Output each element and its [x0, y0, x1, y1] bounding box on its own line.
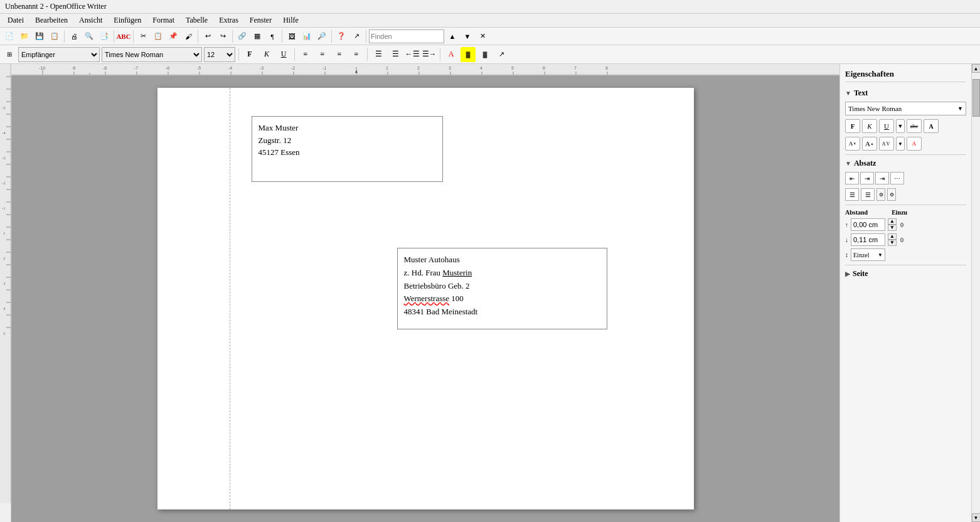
panel-underline-button[interactable]: U	[879, 119, 894, 133]
find-prev-button[interactable]: ▲	[445, 29, 459, 43]
highlight-button[interactable]: ▓	[461, 47, 476, 62]
paragraph-style-dropdown[interactable]: Empfänger	[18, 47, 100, 62]
scrollbar-track[interactable]	[972, 73, 980, 513]
spellcheck-button[interactable]: ABC	[117, 29, 130, 43]
align-justify-button[interactable]: ≡	[349, 47, 364, 62]
recipient-address-box[interactable]: Muster Autohaus z. Hd. Frau Musterin Bet…	[397, 248, 607, 329]
open-button[interactable]: 📁	[18, 29, 31, 43]
panel-highlight-button[interactable]: A	[907, 137, 922, 151]
divider3	[845, 265, 966, 265]
list-bullet-panel-button[interactable]: ☰	[845, 188, 859, 201]
search-input[interactable]	[369, 29, 444, 43]
clone-format-button[interactable]: 🖌	[181, 29, 195, 43]
fmt-ext-btn[interactable]: ↗	[494, 48, 508, 61]
indent-button[interactable]: ☰→	[422, 47, 437, 62]
find-close-button[interactable]: ✕	[476, 29, 489, 43]
menu-format[interactable]: Format	[147, 14, 179, 26]
menu-fenster[interactable]: Fenster	[245, 14, 277, 26]
underline-button[interactable]: U	[276, 47, 291, 62]
menu-extras[interactable]: Extras	[214, 14, 243, 26]
svg-text:8: 8	[605, 66, 608, 70]
panel-bold-button[interactable]: F	[845, 119, 860, 133]
print-button[interactable]: 🖨	[67, 29, 81, 43]
outdent-button[interactable]: ←☰	[405, 47, 420, 62]
align-justify-panel-button[interactable]: ⋯	[890, 172, 904, 184]
export-pdf-button[interactable]: 📑	[97, 29, 111, 43]
scroll-down-button[interactable]: ▼	[972, 513, 981, 522]
panel-font-larger-button[interactable]: A▲	[862, 137, 877, 151]
list-number-panel-button[interactable]: ☰	[861, 188, 875, 201]
copy-button[interactable]: 📋	[151, 29, 165, 43]
panel-font-smaller-button[interactable]: A▼	[845, 137, 860, 151]
align-center-button[interactable]: ≡	[315, 47, 330, 62]
panel-superscript-A-button[interactable]: A	[924, 119, 939, 133]
abstand-below-input[interactable]	[851, 233, 885, 246]
abstand-below-down[interactable]: ▼	[888, 240, 897, 246]
bold-button[interactable]: F	[242, 47, 257, 62]
panel-font-color-dropdown[interactable]: ▼	[896, 137, 905, 151]
font-color-button[interactable]: A	[444, 47, 459, 62]
paste-button[interactable]: 📌	[166, 29, 180, 43]
find-next-button[interactable]: ▼	[461, 29, 474, 43]
scrollbar-thumb[interactable]	[972, 79, 980, 117]
print-preview-button[interactable]: 🔍	[82, 29, 96, 43]
save-button[interactable]: 💾	[33, 29, 46, 43]
svg-text:-1: -1	[2, 206, 6, 211]
panel-strikethrough-button[interactable]: abc	[907, 119, 922, 133]
styles-icon[interactable]: ⊞	[3, 48, 16, 61]
seite-section-header[interactable]: ▶ Seite	[845, 269, 966, 279]
ext-button[interactable]: ↗	[349, 29, 363, 43]
help-button[interactable]: ❓	[334, 29, 348, 43]
font-family-dropdown[interactable]: Times New Roman	[102, 47, 202, 62]
panel-underline-dropdown[interactable]: ▼	[896, 119, 905, 133]
panel-font-dropdown-icon[interactable]: ▼	[957, 105, 963, 112]
scroll-up-button[interactable]: ▲	[972, 64, 981, 73]
menu-datei[interactable]: Datei	[3, 14, 29, 26]
align-left-button[interactable]: ≡	[298, 47, 313, 62]
panel-font-name-box[interactable]: Times New Roman ▼	[845, 102, 966, 115]
redo-button[interactable]: ↪	[216, 29, 230, 43]
recipient-address-content: Muster Autohaus z. Hd. Frau Musterin Bet…	[398, 248, 607, 324]
nonprint-chars-button[interactable]: ¶	[265, 29, 279, 43]
hyperlink-button[interactable]: 🔗	[235, 29, 249, 43]
list-ordered-button[interactable]: ☰	[388, 47, 403, 62]
absatz-section-header[interactable]: ▼ Absatz	[845, 159, 966, 168]
menu-einfuegen[interactable]: Einfügen	[109, 14, 146, 26]
abstand-below-spinner[interactable]: ▲ ▼	[888, 233, 897, 246]
abstand-above-down[interactable]: ▼	[888, 225, 897, 231]
save-as-button[interactable]: 📋	[48, 29, 61, 43]
cut-button[interactable]: ✂	[136, 29, 150, 43]
linespacing-dropdown[interactable]: Einzel ▼	[851, 248, 885, 261]
document-canvas[interactable]: Max Muster Zugstr. 12 45127 Essen Muster…	[11, 75, 839, 522]
undo-button[interactable]: ↩	[201, 29, 215, 43]
chart-button[interactable]: 📊	[300, 29, 314, 43]
abstand-above-up[interactable]: ▲	[888, 218, 897, 225]
zoom-button[interactable]: 🔎	[315, 29, 329, 43]
panel-list-settings-button[interactable]: ⚙	[876, 188, 885, 201]
align-right-panel-button[interactable]: ⇥	[875, 172, 889, 184]
vertical-scrollbar[interactable]: ▲ ▼	[971, 64, 980, 522]
menu-hilfe[interactable]: Hilfe	[278, 14, 304, 26]
panel-italic-button[interactable]: K	[862, 119, 877, 133]
align-center-panel-button[interactable]: ⇥	[860, 172, 874, 184]
image-button[interactable]: 🖼	[285, 29, 299, 43]
align-right-button[interactable]: ≡	[332, 47, 347, 62]
vertical-ruler-svg: -5 -4 -3 -2 -1 1 2	[0, 64, 11, 503]
panel-char-spacing-button[interactable]: AV	[879, 137, 894, 151]
sender-address-box[interactable]: Max Muster Zugstr. 12 45127 Essen	[252, 116, 443, 182]
abstand-below-up[interactable]: ▲	[888, 233, 897, 240]
align-left-panel-button[interactable]: ⇤	[845, 172, 859, 184]
char-background-button[interactable]: ▓	[477, 47, 493, 62]
list-unordered-button[interactable]: ☰	[371, 47, 386, 62]
panel-list-settings2-button[interactable]: ⚙	[887, 188, 896, 201]
menu-bearbeiten[interactable]: Bearbeiten	[30, 14, 73, 26]
table-button[interactable]: ▦	[250, 29, 264, 43]
italic-button[interactable]: K	[259, 47, 274, 62]
menu-ansicht[interactable]: Ansicht	[74, 14, 107, 26]
new-button[interactable]: 📄	[3, 29, 16, 43]
abstand-above-input[interactable]	[851, 218, 885, 231]
abstand-above-spinner[interactable]: ▲ ▼	[888, 218, 897, 231]
font-size-dropdown[interactable]: 12	[204, 47, 235, 62]
text-section-header[interactable]: ▼ Text	[845, 88, 966, 98]
menu-tabelle[interactable]: Tabelle	[181, 14, 213, 26]
